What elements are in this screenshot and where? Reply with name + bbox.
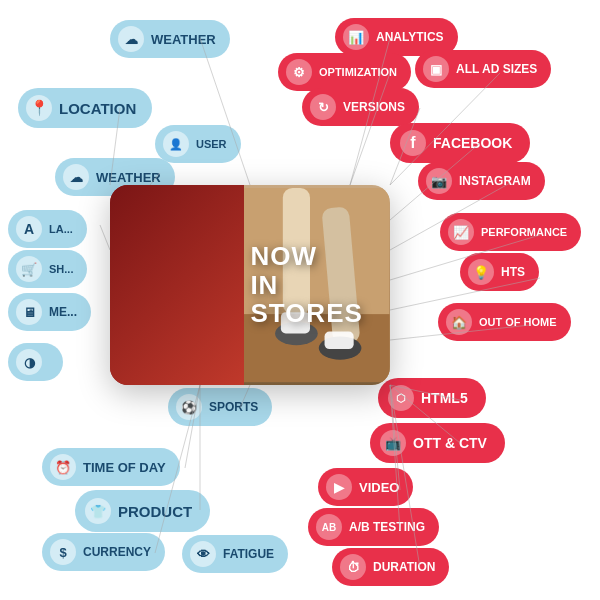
- card-right: NOW IN STORES: [244, 185, 390, 385]
- instagram-label: INSTAGRAM: [459, 174, 531, 188]
- facebook-icon: f: [400, 130, 426, 156]
- tag-ab-testing[interactable]: AB A/B TESTING: [308, 508, 439, 546]
- tag-weather-top[interactable]: ☁ WEATHER: [110, 20, 230, 58]
- svg-line-28: [154, 245, 188, 254]
- tag-performance[interactable]: 📈 PERFORMANCE: [440, 213, 581, 251]
- tag-instagram[interactable]: 📷 INSTAGRAM: [418, 162, 545, 200]
- html5-icon: ⬡: [388, 385, 414, 411]
- tag-shopping[interactable]: 🛒 SH...: [8, 250, 87, 288]
- svg-line-33: [163, 336, 200, 357]
- tag-ott-ctv[interactable]: 📺 OTT & CTV: [370, 423, 505, 463]
- ott-ctv-icon: 📺: [380, 430, 406, 456]
- duration-label: DURATION: [373, 560, 435, 574]
- all-ad-sizes-label: ALL AD SIZES: [456, 62, 537, 76]
- shopping-label: SH...: [49, 263, 73, 275]
- sports-label: SPORTS: [209, 400, 258, 414]
- user-label: USER: [196, 138, 227, 150]
- tag-media[interactable]: 🖥 ME...: [8, 293, 91, 331]
- media-icon: 🖥: [16, 299, 42, 325]
- svg-point-32: [160, 291, 223, 330]
- tag-video[interactable]: ▶ VIDEO: [318, 468, 413, 506]
- svg-rect-31: [146, 317, 208, 352]
- video-label: VIDEO: [359, 480, 399, 495]
- svg-rect-24: [137, 235, 199, 270]
- tag-fatigue[interactable]: 👁 FATIGUE: [182, 535, 288, 573]
- tag-duration[interactable]: ⏱ DURATION: [332, 548, 449, 586]
- center-card: NOW IN STORES: [110, 185, 390, 385]
- language-icon: A: [16, 216, 42, 242]
- svg-line-3: [100, 225, 110, 250]
- video-icon: ▶: [326, 474, 352, 500]
- fatigue-icon: 👁: [190, 541, 216, 567]
- tag-out-of-home[interactable]: 🏠 OUT OF HOME: [438, 303, 571, 341]
- weather-top-icon: ☁: [118, 26, 144, 52]
- product-label: PRODUCT: [118, 503, 192, 520]
- optimization-icon: ⚙: [286, 59, 312, 85]
- analytics-label: ANALYTICS: [376, 30, 444, 44]
- user-icon: 👤: [163, 131, 189, 157]
- ab-testing-label: A/B TESTING: [349, 520, 425, 534]
- svg-line-34: [159, 331, 196, 352]
- card-text: NOW IN STORES: [250, 242, 362, 328]
- performance-label: PERFORMANCE: [481, 226, 567, 238]
- card-left: [110, 185, 244, 385]
- tag-facebook[interactable]: f FACEBOOK: [390, 123, 530, 163]
- shoes-illustration: [112, 190, 242, 380]
- tag-optimization[interactable]: ⚙ OPTIMIZATION: [278, 53, 411, 91]
- versions-icon: ↻: [310, 94, 336, 120]
- tag-versions[interactable]: ↻ VERSIONS: [302, 88, 419, 126]
- all-ad-sizes-icon: ▣: [423, 56, 449, 82]
- insights-icon: 💡: [468, 259, 494, 285]
- currency-label: CURRENCY: [83, 545, 151, 559]
- tag-insights[interactable]: 💡 HTS: [460, 253, 539, 291]
- analytics-icon: 📊: [343, 24, 369, 50]
- location-icon: 📍: [26, 95, 52, 121]
- sports-icon: ⚽: [176, 394, 202, 420]
- tag-currency[interactable]: $ CURRENCY: [42, 533, 165, 571]
- location-label: LOCATION: [59, 100, 136, 117]
- product-icon: 👕: [85, 498, 111, 524]
- time-of-day-icon: ⏰: [50, 454, 76, 480]
- svg-point-23: [157, 217, 218, 259]
- performance-icon: 📈: [448, 219, 474, 245]
- tag-mystery[interactable]: ◑: [8, 343, 63, 381]
- ott-ctv-label: OTT & CTV: [413, 435, 487, 451]
- currency-icon: $: [50, 539, 76, 565]
- versions-label: VERSIONS: [343, 100, 405, 114]
- svg-point-22: [115, 213, 220, 287]
- main-container: ☁ WEATHER 📍 LOCATION 👤 USER ☁ WEATHER A …: [0, 0, 600, 600]
- insights-label: HTS: [501, 265, 525, 279]
- weather-mid-label: WEATHER: [96, 170, 161, 185]
- weather-mid-icon: ☁: [63, 164, 89, 190]
- time-of-day-label: TIME OF DAY: [83, 460, 166, 475]
- media-label: ME...: [49, 305, 77, 319]
- weather-top-label: WEATHER: [151, 32, 216, 47]
- out-of-home-label: OUT OF HOME: [479, 316, 557, 328]
- tag-language[interactable]: A LA...: [8, 210, 87, 248]
- duration-icon: ⏱: [340, 554, 366, 580]
- tag-user[interactable]: 👤 USER: [155, 125, 241, 163]
- tag-all-ad-sizes[interactable]: ▣ ALL AD SIZES: [415, 50, 551, 88]
- svg-point-30: [132, 332, 193, 374]
- shopping-icon: 🛒: [16, 256, 42, 282]
- svg-line-27: [152, 239, 186, 248]
- svg-point-29: [125, 298, 230, 372]
- language-label: LA...: [49, 223, 73, 235]
- mystery-icon: ◑: [16, 349, 42, 375]
- optimization-label: OPTIMIZATION: [319, 66, 397, 78]
- tag-sports[interactable]: ⚽ SPORTS: [168, 388, 272, 426]
- facebook-label: FACEBOOK: [433, 135, 512, 151]
- fatigue-label: FATIGUE: [223, 547, 274, 561]
- tag-location[interactable]: 📍 LOCATION: [18, 88, 152, 128]
- instagram-icon: 📷: [426, 168, 452, 194]
- html5-label: HTML5: [421, 390, 468, 406]
- tag-time-of-day[interactable]: ⏰ TIME OF DAY: [42, 448, 180, 486]
- out-of-home-icon: 🏠: [446, 309, 472, 335]
- tag-product[interactable]: 👕 PRODUCT: [75, 490, 210, 532]
- ab-testing-icon: AB: [316, 514, 342, 540]
- tag-html5[interactable]: ⬡ HTML5: [378, 378, 486, 418]
- svg-rect-42: [325, 332, 354, 349]
- svg-point-25: [113, 248, 176, 287]
- svg-line-26: [150, 233, 184, 242]
